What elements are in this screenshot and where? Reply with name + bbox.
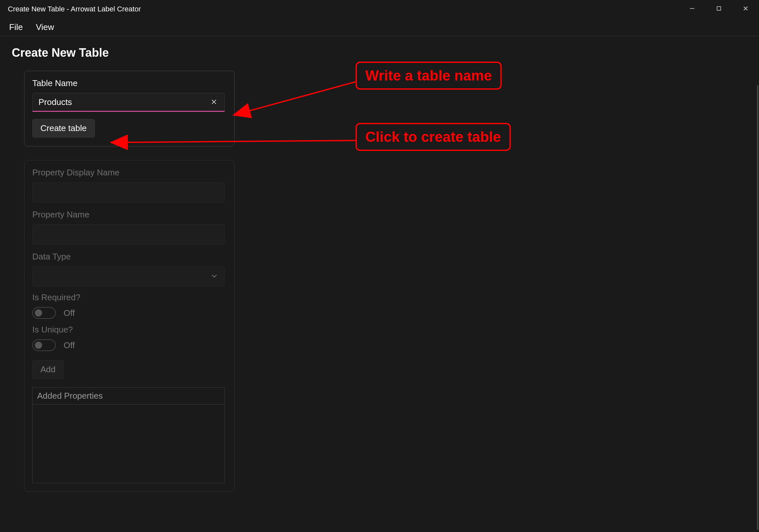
menu-file[interactable]: File — [3, 19, 29, 35]
maximize-icon — [716, 6, 722, 13]
annotation-write-name: Write a table name — [355, 61, 502, 90]
close-icon — [743, 6, 748, 13]
property-panel: Property Display Name Property Name Data… — [24, 160, 234, 492]
content-scrollbar[interactable] — [757, 85, 758, 530]
menubar: File View — [0, 18, 759, 36]
toggle-knob — [35, 342, 42, 349]
maximize-button[interactable] — [705, 0, 732, 18]
close-button[interactable] — [732, 0, 759, 18]
property-name-input[interactable] — [32, 224, 225, 245]
is-required-label: Is Required? — [32, 292, 226, 302]
minimize-icon — [689, 6, 695, 13]
chevron-down-icon — [211, 272, 218, 281]
property-display-name-label: Property Display Name — [32, 168, 226, 178]
is-unique-toggle[interactable] — [32, 339, 56, 351]
svg-rect-0 — [717, 7, 721, 10]
page-title: Create New Table — [12, 46, 747, 60]
property-name-wrap — [32, 224, 226, 245]
annotation-click-create: Click to create table — [355, 123, 511, 151]
table-name-input[interactable] — [32, 93, 225, 112]
data-type-label: Data Type — [32, 252, 226, 262]
clear-table-name-button[interactable] — [211, 99, 217, 106]
add-property-button[interactable]: Add — [32, 360, 63, 379]
window-controls — [679, 0, 759, 18]
property-display-name-input[interactable] — [32, 182, 225, 203]
titlebar: Create New Table - Arrowat Label Creator — [0, 0, 759, 18]
create-table-button[interactable]: Create table — [32, 119, 95, 137]
minimize-button[interactable] — [679, 0, 705, 18]
data-type-select-wrap — [32, 266, 225, 286]
added-properties-box: Added Properties — [32, 387, 225, 483]
toggle-knob — [35, 309, 42, 317]
added-properties-header: Added Properties — [33, 388, 224, 404]
data-type-select[interactable] — [32, 266, 225, 286]
property-display-name-wrap — [32, 182, 226, 203]
is-required-row: Off — [32, 307, 226, 319]
clear-icon — [211, 99, 217, 106]
menu-view[interactable]: View — [29, 19, 61, 35]
added-properties-body — [33, 404, 224, 483]
property-name-label: Property Name — [32, 209, 226, 220]
table-name-panel: Table Name Create table — [24, 71, 234, 146]
svg-line-1 — [233, 82, 355, 115]
window-title: Create New Table - Arrowat Label Creator — [8, 5, 141, 13]
table-name-input-wrap — [32, 93, 226, 112]
is-unique-label: Is Unique? — [32, 325, 226, 335]
is-unique-state: Off — [63, 340, 75, 351]
is-required-toggle[interactable] — [32, 307, 56, 319]
content-area: Create New Table Table Name Create table… — [0, 36, 759, 532]
is-unique-row: Off — [32, 339, 226, 351]
is-required-state: Off — [63, 308, 75, 318]
table-name-label: Table Name — [32, 78, 226, 88]
